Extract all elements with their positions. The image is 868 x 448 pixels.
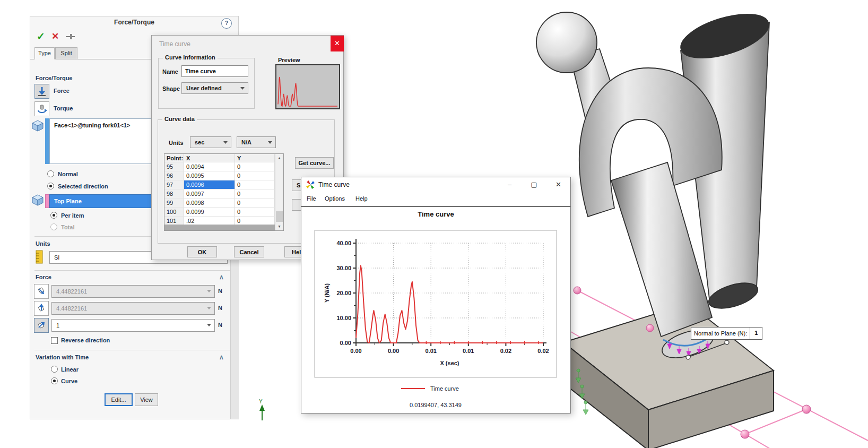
radio-curve[interactable]	[51, 377, 58, 384]
radio-per-item-label: Per item	[61, 212, 84, 219]
reverse-direction-checkbox[interactable]	[51, 337, 58, 344]
tab-type[interactable]: Type	[34, 47, 55, 59]
force-dir3-button[interactable]	[34, 318, 49, 333]
radio-selected-direction-label: Selected direction	[58, 183, 108, 189]
section-force-torque: Force/Torque	[36, 75, 72, 81]
tab-split[interactable]: Split	[55, 47, 77, 59]
cell-y[interactable]: 0	[235, 171, 275, 180]
ok-button[interactable]: OK	[187, 246, 217, 257]
cell-x[interactable]: 0.0096	[184, 180, 235, 189]
chevron-down-icon	[240, 87, 245, 90]
scroll-down-icon[interactable]: ▼	[275, 222, 283, 230]
cell-x[interactable]: 0.0094	[184, 162, 235, 171]
unit-y-value: N/A	[241, 139, 251, 145]
cell-x[interactable]: 0.0097	[184, 189, 235, 199]
radio-normal[interactable]	[47, 170, 54, 177]
radio-per-item[interactable]	[50, 212, 57, 219]
shape-select[interactable]: User defined	[181, 82, 248, 94]
minimize-button[interactable]: –	[498, 177, 522, 192]
dialog-close-button[interactable]: ✕	[331, 36, 344, 51]
svg-text:10.00: 10.00	[336, 315, 351, 321]
cell-point[interactable]: 99	[164, 199, 184, 208]
force-dir2-button[interactable]	[34, 301, 49, 316]
cell-x[interactable]: 0.0098	[184, 199, 235, 208]
cell-y[interactable]: 0	[235, 162, 275, 171]
section-variation: Variation with Time	[36, 354, 89, 360]
scrollbar-thumb[interactable]	[276, 211, 283, 222]
cell-point[interactable]: 100	[164, 208, 184, 217]
cell-y[interactable]: 0	[235, 189, 275, 199]
cell-point[interactable]: 97	[164, 180, 184, 189]
menu-file[interactable]: File	[307, 195, 316, 202]
force-dir1-button[interactable]	[34, 284, 49, 299]
table-row[interactable]: 970.00960	[164, 180, 283, 189]
table-horizontal-scrollbar[interactable]	[164, 225, 275, 230]
cancel-button[interactable]: Cancel	[234, 246, 264, 257]
plot-window-titlebar[interactable]: Time curve – ▢ ✕	[301, 177, 570, 192]
curve-data-label: Curve data	[162, 116, 197, 122]
section-force: Force	[36, 274, 51, 280]
force-button[interactable]	[34, 84, 49, 99]
table-row[interactable]: 950.00940	[164, 162, 283, 171]
cell-y[interactable]: 0	[235, 208, 275, 217]
plot-window-menubar: File Options Help	[301, 192, 570, 207]
legend-label: Time curve	[430, 385, 459, 392]
app-icon	[306, 180, 315, 189]
divider	[34, 350, 234, 350]
tuning-fork-model[interactable]	[536, 5, 774, 363]
menu-options[interactable]: Options	[325, 195, 345, 202]
shape-label: Shape	[162, 85, 180, 92]
dialog-title: Time curve	[159, 40, 190, 48]
radio-linear[interactable]	[51, 366, 58, 373]
unit-y-select[interactable]: N/A	[237, 136, 276, 148]
force-value1-combo[interactable]: 4.44822161	[51, 285, 215, 298]
name-input[interactable]: Time curve	[181, 65, 248, 77]
callout-value-field[interactable]: 1	[750, 328, 762, 339]
radio-curve-label: Curve	[61, 378, 77, 384]
table-row[interactable]: 960.00950	[164, 171, 283, 180]
help-icon[interactable]: ?	[221, 18, 232, 29]
cell-point[interactable]: 98	[164, 189, 184, 199]
maximize-button[interactable]: ▢	[522, 177, 546, 192]
selection-active-bar	[45, 118, 49, 164]
close-button[interactable]: ✕	[546, 177, 570, 192]
force-unit1: N	[218, 288, 222, 294]
table-vertical-scrollbar[interactable]: ▲ ▼	[275, 154, 283, 230]
reverse-direction-label: Reverse direction	[61, 337, 110, 343]
force-value3-combo[interactable]: 1	[51, 319, 215, 332]
cancel-x-icon[interactable]: ✕	[51, 31, 59, 42]
collapse-variation-icon[interactable]: ∧	[219, 354, 224, 361]
svg-text:0.02: 0.02	[500, 348, 511, 354]
table-row[interactable]: 990.00980	[164, 199, 283, 208]
svg-text:0.00: 0.00	[340, 340, 351, 346]
cell-x[interactable]: 0.0095	[184, 171, 235, 180]
collapse-force-icon[interactable]: ∧	[219, 273, 224, 281]
force-value3: 1	[56, 322, 59, 329]
cell-point[interactable]: 96	[164, 171, 184, 180]
normal-to-plane-callout[interactable]: Normal to Plane (N): 1	[691, 327, 762, 340]
get-curve-button[interactable]: Get curve...	[295, 157, 334, 169]
cell-x[interactable]: 0.0099	[184, 208, 235, 217]
curve-data-table[interactable]: Point:XY950.00940960.00950970.00960980.0…	[164, 153, 284, 231]
view-button[interactable]: View	[135, 393, 158, 406]
cell-y[interactable]: 0	[235, 199, 275, 208]
col-y-header: Y	[235, 154, 275, 162]
force-value2-combo[interactable]: 4.44822161	[51, 302, 215, 315]
menu-help[interactable]: Help	[355, 195, 368, 202]
ok-check-icon[interactable]: ✓	[37, 30, 45, 42]
cell-y[interactable]: 0	[235, 180, 275, 189]
pin-icon[interactable]	[65, 32, 76, 41]
cell-point[interactable]: 95	[164, 162, 184, 171]
unit-x-select[interactable]: sec	[190, 136, 231, 148]
chevron-down-icon	[207, 324, 211, 326]
radio-selected-direction[interactable]	[47, 183, 54, 189]
table-row[interactable]: 1000.00990	[164, 208, 283, 217]
table-row[interactable]: 980.00970	[164, 189, 283, 199]
unit-x-value: sec	[195, 139, 204, 145]
edit-button[interactable]: Edit...	[105, 393, 133, 406]
torque-button[interactable]	[34, 101, 49, 116]
units-select-value: SI	[54, 254, 59, 261]
svg-text:X (sec): X (sec)	[440, 360, 459, 366]
scroll-up-icon[interactable]: ▲	[275, 154, 283, 162]
plane-color-swatch	[45, 194, 49, 208]
